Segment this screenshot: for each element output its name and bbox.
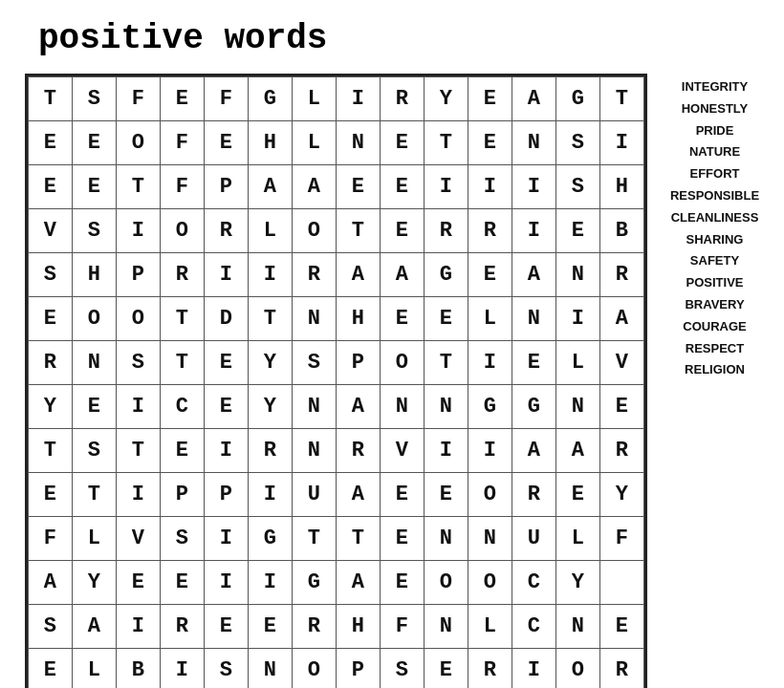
grid-cell: F [116, 77, 160, 121]
list-item: NATURE [689, 142, 740, 162]
grid-cell: T [160, 341, 204, 385]
grid-cell: G [424, 253, 468, 297]
grid-cell: R [248, 429, 292, 473]
grid-cell: E [336, 165, 380, 209]
grid-cell: E [204, 341, 248, 385]
grid-cell: A [512, 253, 555, 297]
grid-cell: Y [599, 473, 643, 517]
grid-cell: N [292, 429, 336, 473]
grid-cell: T [116, 165, 160, 209]
grid-cell: A [28, 561, 72, 605]
grid-cell: S [292, 341, 336, 385]
grid-cell: E [204, 121, 248, 165]
list-item: EFFORT [690, 164, 740, 184]
table-row: SHPRIIRAAGEANR [28, 253, 643, 297]
list-item: RESPONSIBLE [670, 186, 759, 206]
grid-cell: N [336, 121, 380, 165]
grid-cell: A [380, 253, 424, 297]
grid-cell: I [248, 561, 292, 605]
grid-cell: L [555, 341, 599, 385]
grid-cell: N [424, 605, 468, 649]
grid-cell: S [28, 253, 72, 297]
grid-cell: I [204, 429, 248, 473]
grid-cell: E [599, 385, 643, 429]
grid-cell: E [380, 561, 424, 605]
grid-cell: N [424, 517, 468, 561]
grid-cell: G [468, 385, 512, 429]
grid-cell: S [160, 517, 204, 561]
grid-cell: E [468, 253, 512, 297]
grid-cell: O [116, 121, 160, 165]
table-row: RNSTEYSPOTIELV [28, 341, 643, 385]
grid-cell: H [336, 605, 380, 649]
grid-cell: R [160, 253, 204, 297]
grid-cell: S [72, 77, 116, 121]
grid-cell: T [424, 121, 468, 165]
grid-cell: L [248, 209, 292, 253]
grid-cell: U [512, 517, 555, 561]
table-row: ETIPPIUAEEOREY [28, 473, 643, 517]
list-item: INTEGRITY [682, 77, 748, 97]
grid-cell: B [116, 649, 160, 689]
main-content: TSFEFGLIRYEAGTEEOFEHLNETENSIEETFPAAEEIII… [25, 74, 759, 688]
table-row: YEICEYNANNGGNE [28, 385, 643, 429]
grid-cell: A [512, 429, 555, 473]
grid-cell: E [468, 77, 512, 121]
grid-cell: I [116, 209, 160, 253]
grid-cell: I [468, 429, 512, 473]
grid-cell: Y [248, 385, 292, 429]
grid-cell: Y [28, 385, 72, 429]
table-row: VSIORLOTERRIEB [28, 209, 643, 253]
table-row: ELBISNOPSERIOR [28, 649, 643, 689]
grid-cell: L [72, 649, 116, 689]
grid-cell: E [116, 561, 160, 605]
grid-cell: F [204, 77, 248, 121]
grid-cell: A [336, 473, 380, 517]
grid-cell: E [28, 649, 72, 689]
grid-cell: P [336, 649, 380, 689]
list-item: SHARING [686, 230, 744, 250]
grid-cell: E [380, 473, 424, 517]
grid-cell: P [204, 473, 248, 517]
grid-cell [599, 561, 643, 605]
grid-cell: T [28, 77, 72, 121]
grid-cell: L [555, 517, 599, 561]
grid-cell: E [468, 121, 512, 165]
grid-cell: T [424, 341, 468, 385]
grid-cell: E [160, 429, 204, 473]
grid-cell: R [292, 605, 336, 649]
grid-cell: A [292, 165, 336, 209]
grid-cell: L [72, 517, 116, 561]
grid-cell: P [160, 473, 204, 517]
grid-cell: I [512, 209, 555, 253]
grid-cell: R [512, 473, 555, 517]
grid-cell: Y [248, 341, 292, 385]
list-item: RELIGION [685, 360, 745, 380]
grid-cell: I [599, 121, 643, 165]
grid-cell: T [72, 473, 116, 517]
grid-cell: G [555, 77, 599, 121]
list-item: BRAVERY [685, 295, 744, 315]
grid-cell: H [248, 121, 292, 165]
grid-cell: O [292, 649, 336, 689]
grid-cell: L [468, 297, 512, 341]
grid-cell: A [336, 385, 380, 429]
grid-cell: V [380, 429, 424, 473]
grid-cell: E [28, 473, 72, 517]
grid-cell: A [555, 429, 599, 473]
list-item: CLEANLINESS [671, 208, 759, 228]
grid-cell: E [380, 165, 424, 209]
grid-cell: T [248, 297, 292, 341]
table-row: EOOTDTNHEELNIA [28, 297, 643, 341]
grid-cell: O [424, 561, 468, 605]
grid-cell: T [336, 517, 380, 561]
grid-cell: S [555, 165, 599, 209]
grid-cell: N [424, 385, 468, 429]
grid-cell: S [555, 121, 599, 165]
grid-cell: S [72, 429, 116, 473]
grid-cell: L [292, 77, 336, 121]
grid-cell: E [204, 385, 248, 429]
grid-cell: R [599, 253, 643, 297]
grid-cell: N [292, 385, 336, 429]
grid-cell: V [28, 209, 72, 253]
